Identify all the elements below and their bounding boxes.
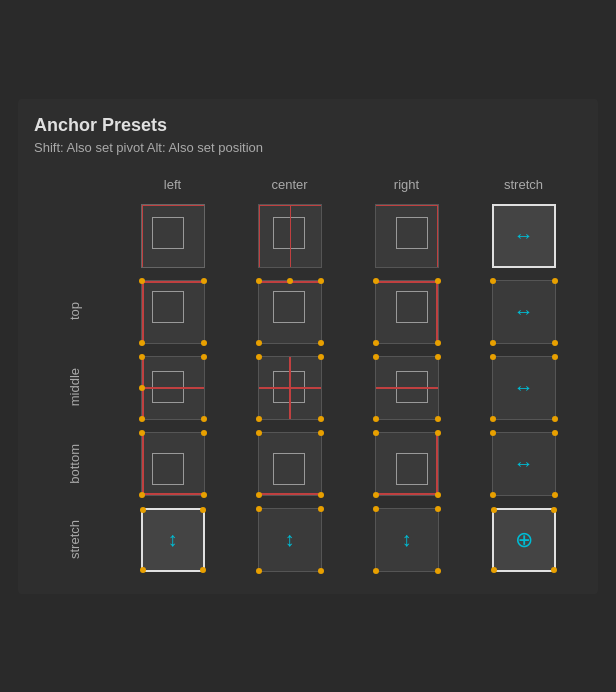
preset-box[interactable] (141, 280, 205, 344)
h-stretch-icon (494, 206, 554, 266)
both-stretch-icon (494, 510, 554, 570)
row-header-top: top (34, 274, 114, 350)
preset-none-right[interactable] (348, 198, 465, 274)
preset-stretch-center[interactable] (231, 502, 348, 578)
preset-box[interactable] (492, 356, 556, 420)
preset-bottom-stretch[interactable] (465, 426, 582, 502)
preset-middle-stretch[interactable] (465, 350, 582, 426)
preset-top-center[interactable] (231, 274, 348, 350)
preset-box[interactable] (492, 432, 556, 496)
h-stretch-icon (493, 357, 555, 419)
preset-middle-center[interactable] (231, 350, 348, 426)
h-stretch-icon (493, 433, 555, 495)
preset-box[interactable] (375, 508, 439, 572)
col-header-right: right (348, 171, 465, 198)
preset-none-left[interactable] (114, 198, 231, 274)
preset-bottom-center[interactable] (231, 426, 348, 502)
col-header-stretch: stretch (465, 171, 582, 198)
preset-top-stretch[interactable] (465, 274, 582, 350)
preset-box[interactable] (258, 356, 322, 420)
preset-box-highlighted[interactable] (492, 204, 556, 268)
panel-subtitle: Shift: Also set pivot Alt: Also set posi… (34, 140, 582, 155)
preset-box[interactable] (375, 204, 439, 268)
preset-none-stretch[interactable] (465, 198, 582, 274)
preset-box[interactable] (375, 280, 439, 344)
preset-top-left[interactable] (114, 274, 231, 350)
preset-bottom-right[interactable] (348, 426, 465, 502)
preset-stretch-left[interactable] (114, 502, 231, 578)
preset-middle-left[interactable] (114, 350, 231, 426)
preset-bottom-left[interactable] (114, 426, 231, 502)
preset-box[interactable] (258, 508, 322, 572)
preset-box[interactable] (375, 432, 439, 496)
h-stretch-icon (493, 281, 555, 343)
preset-box[interactable] (258, 204, 322, 268)
anchor-presets-panel: Anchor Presets Shift: Also set pivot Alt… (18, 99, 598, 594)
preset-box[interactable] (141, 432, 205, 496)
preset-box[interactable] (258, 280, 322, 344)
preset-box-highlighted[interactable] (492, 508, 556, 572)
col-header-left: left (114, 171, 231, 198)
row-header-bottom: bottom (34, 426, 114, 502)
preset-none-center[interactable] (231, 198, 348, 274)
v-stretch-icon (259, 509, 321, 571)
preset-stretch-right[interactable] (348, 502, 465, 578)
row-header-stretch: stretch (34, 502, 114, 578)
corner-cell (34, 171, 114, 198)
row-none-col-none (34, 198, 114, 274)
preset-stretch-stretch[interactable] (465, 502, 582, 578)
preset-box-highlighted[interactable] (141, 508, 205, 572)
v-stretch-icon (143, 510, 203, 570)
row-header-middle: middle (34, 350, 114, 426)
preset-box[interactable] (492, 280, 556, 344)
preset-box[interactable] (141, 204, 205, 268)
panel-title: Anchor Presets (34, 115, 582, 136)
v-stretch-icon (376, 509, 438, 571)
preset-top-right[interactable] (348, 274, 465, 350)
preset-box[interactable] (141, 356, 205, 420)
col-header-center: center (231, 171, 348, 198)
preset-grid: left center right stretch (34, 171, 582, 578)
preset-middle-right[interactable] (348, 350, 465, 426)
preset-box[interactable] (258, 432, 322, 496)
preset-box[interactable] (375, 356, 439, 420)
